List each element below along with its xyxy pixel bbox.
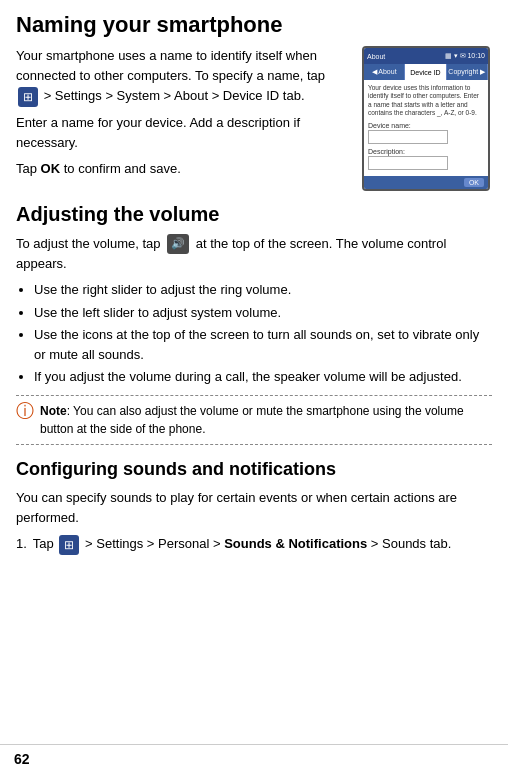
device-ok-button[interactable]: OK bbox=[464, 178, 484, 187]
device-desc-text: Your device uses this information to ide… bbox=[368, 84, 484, 118]
section2-intro: To adjust the volume, tap at the top of … bbox=[16, 234, 492, 275]
device-tab-deviceid[interactable]: Device ID bbox=[405, 64, 446, 80]
section3-title: Configuring sounds and notifications bbox=[16, 459, 492, 480]
section1-title: Naming your smartphone bbox=[16, 12, 492, 38]
para1: Your smartphone uses a name to identify … bbox=[16, 46, 352, 107]
section2-title: Adjusting the volume bbox=[16, 203, 492, 226]
list-item: Use the right slider to adjust the ring … bbox=[34, 280, 492, 300]
device-tabs: ◀ About Device ID Copyright ▶ bbox=[364, 64, 488, 80]
settings-icon bbox=[18, 87, 38, 107]
device-body: Your device uses this information to ide… bbox=[364, 80, 488, 176]
device-screenshot: About ▦ ▾ ✉ 10:10 ◀ About Device ID bbox=[362, 46, 492, 191]
speaker-icon bbox=[167, 234, 189, 254]
device-description-input[interactable] bbox=[368, 156, 448, 170]
device-ok-bar: OK bbox=[364, 176, 488, 189]
note-box: ⓘ Note: You can also adjust the volume o… bbox=[16, 395, 492, 445]
intro-text-block: Your smartphone uses a name to identify … bbox=[16, 46, 352, 191]
device-name-input[interactable] bbox=[368, 130, 448, 144]
section3-para1: You can specify sounds to play for certa… bbox=[16, 488, 492, 528]
device-topbar: About ▦ ▾ ✉ 10:10 bbox=[364, 48, 488, 64]
main-body: Naming your smartphone Your smartphone u… bbox=[0, 0, 508, 611]
windows-icon bbox=[59, 535, 79, 555]
para3: Tap OK to confirm and save. bbox=[16, 159, 352, 179]
list-item: If you adjust the volume during a call, … bbox=[34, 367, 492, 387]
note-icon: ⓘ bbox=[16, 402, 34, 420]
list-item: Use the icons at the top of the screen t… bbox=[34, 325, 492, 364]
device-topbar-left: About bbox=[367, 53, 445, 60]
device-tab-copyright[interactable]: Copyright ▶ bbox=[447, 64, 488, 80]
page: Naming your smartphone Your smartphone u… bbox=[0, 0, 508, 773]
device-tab-about[interactable]: ◀ About bbox=[364, 64, 405, 80]
page-number: 62 bbox=[14, 751, 30, 767]
para2: Enter a name for your device. Add a desc… bbox=[16, 113, 352, 153]
device-topbar-icons: ▦ ▾ ✉ 10:10 bbox=[445, 52, 485, 60]
device-description-label: Description: bbox=[368, 148, 484, 155]
step1-num: 1. bbox=[16, 534, 27, 554]
step1-text: Tap > Settings > Personal > Sounds & Not… bbox=[33, 534, 452, 555]
note-text: Note: You can also adjust the volume or … bbox=[40, 402, 492, 438]
bottom-bar: 62 bbox=[0, 744, 508, 773]
device-name-label: Device name: bbox=[368, 122, 484, 129]
device-box: About ▦ ▾ ✉ 10:10 ◀ About Device ID bbox=[362, 46, 490, 191]
content-area: Naming your smartphone Your smartphone u… bbox=[0, 0, 508, 555]
step1: 1. Tap > Settings > Personal > Sounds & … bbox=[16, 534, 492, 555]
intro-section: Your smartphone uses a name to identify … bbox=[16, 46, 492, 191]
list-item: Use the left slider to adjust system vol… bbox=[34, 303, 492, 323]
bullet-list: Use the right slider to adjust the ring … bbox=[34, 280, 492, 387]
